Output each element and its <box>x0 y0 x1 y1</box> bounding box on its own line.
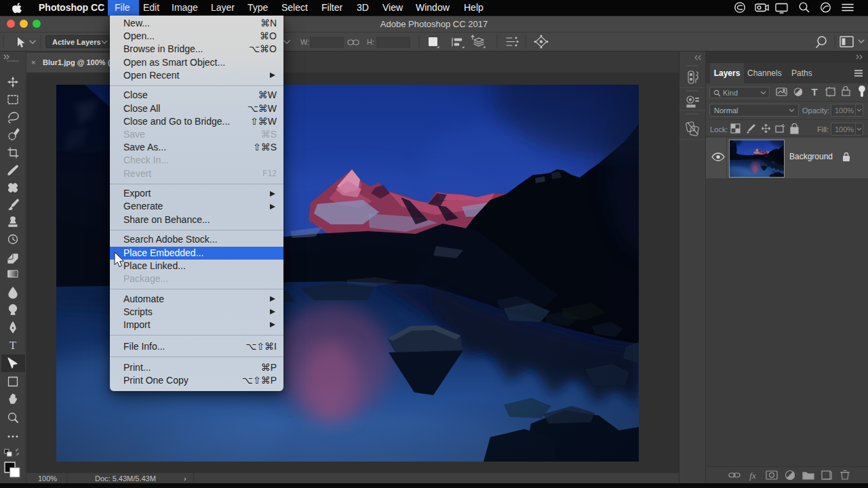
svg-text:T: T <box>9 339 17 352</box>
svg-text:T: T <box>811 86 817 98</box>
svg-text:fx: fx <box>749 470 756 481</box>
